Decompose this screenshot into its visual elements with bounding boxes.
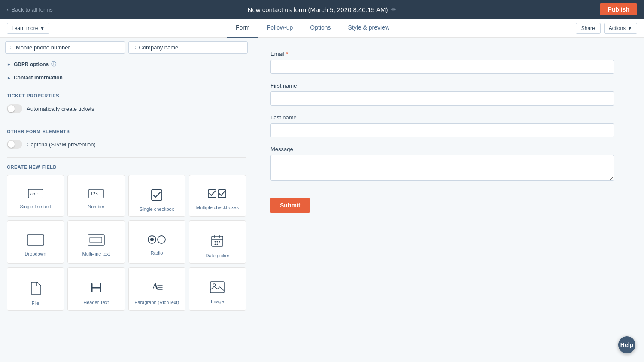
card-dots: · · · · · · bbox=[86, 227, 106, 230]
secondary-nav: Learn more ▼ Form Follow-up Options Styl… bbox=[0, 19, 644, 38]
form-field-email: Email * bbox=[270, 51, 614, 74]
field-type-label: Single-line text bbox=[20, 204, 51, 210]
form-title-text: New contact us form (March 5, 2020 8:40:… bbox=[248, 6, 388, 13]
field-type-multiple-checkboxes[interactable]: · · · · · · Multiple checkboxes bbox=[189, 175, 246, 217]
drag-handle-icon: ⠿ bbox=[10, 45, 13, 50]
info-icon[interactable]: ⓘ bbox=[51, 61, 56, 68]
email-label: Email * bbox=[270, 51, 614, 57]
last-name-label: Last name bbox=[270, 114, 614, 121]
card-dots: · · · · · · bbox=[86, 181, 106, 185]
back-link-label: Back to all forms bbox=[12, 6, 53, 13]
learn-more-label: Learn more bbox=[12, 25, 38, 31]
svg-point-18 bbox=[215, 241, 216, 243]
form-preview: Email * First name Last name Message bbox=[270, 51, 614, 213]
auto-create-tickets-row: Automatically create tickets bbox=[7, 103, 246, 115]
svg-text:A: A bbox=[152, 282, 158, 291]
file-icon bbox=[30, 281, 42, 297]
top-nav: ‹ Back to all forms New contact us form … bbox=[0, 0, 644, 19]
svg-point-19 bbox=[217, 241, 218, 243]
field-type-label: Image bbox=[211, 298, 224, 304]
svg-rect-10 bbox=[90, 237, 102, 243]
svg-text:abc: abc bbox=[30, 192, 38, 196]
nav-right: Share Actions ▼ bbox=[576, 23, 637, 34]
field-type-header-text[interactable]: · · · · · · Header Text bbox=[67, 267, 125, 311]
message-textarea[interactable] bbox=[270, 155, 614, 181]
field-chip-label: Mobile phone number bbox=[16, 44, 70, 51]
date-picker-icon bbox=[211, 234, 224, 249]
field-type-grid: · · · · · · abc Single-line text · · · ·… bbox=[7, 175, 246, 311]
svg-text:123: 123 bbox=[90, 192, 98, 196]
first-name-label: First name bbox=[270, 82, 614, 89]
radio-icon bbox=[147, 234, 166, 246]
card-dots: · · · · · · bbox=[207, 181, 227, 185]
field-type-label: Paragraph (RichText) bbox=[134, 299, 179, 305]
form-title: New contact us form (March 5, 2020 8:40:… bbox=[248, 6, 397, 13]
tab-style-preview[interactable]: Style & preview bbox=[340, 19, 398, 38]
left-panel: ⠿ Mobile phone number ⠿ Company name ► G… bbox=[0, 38, 253, 362]
right-panel: Email * First name Last name Message bbox=[253, 38, 644, 362]
other-form-elements-section: OTHER FORM ELEMENTS Captcha (SPAM preven… bbox=[0, 124, 253, 155]
field-type-single-checkbox[interactable]: · · · · · · Single checkbox bbox=[128, 175, 185, 217]
field-chip-company-name[interactable]: ⠿ Company name bbox=[128, 41, 248, 54]
field-type-dropdown[interactable]: · · · · · · Dropdown bbox=[7, 220, 64, 263]
learn-more-chevron-icon: ▼ bbox=[39, 25, 45, 31]
captcha-toggle[interactable] bbox=[7, 140, 22, 149]
gdpr-options-label: GDPR options bbox=[14, 61, 49, 67]
contact-info-header[interactable]: ► Contact information bbox=[0, 71, 253, 84]
learn-more-button[interactable]: Learn more ▼ bbox=[7, 23, 49, 34]
toggle-knob bbox=[8, 141, 15, 148]
gdpr-options-header[interactable]: ► GDPR options ⓘ bbox=[0, 57, 253, 71]
field-type-paragraph-richtext[interactable]: · · · · · · A Paragraph (RichText) bbox=[128, 267, 185, 311]
multiple-checkboxes-icon bbox=[208, 189, 227, 201]
tabs: Form Follow-up Options Style & preview bbox=[227, 19, 398, 38]
field-type-number[interactable]: · · · · · · 123 Number bbox=[67, 175, 125, 217]
required-marker: * bbox=[286, 51, 288, 57]
captcha-label: Captcha (SPAM prevention) bbox=[27, 141, 96, 148]
tab-options[interactable]: Options bbox=[301, 19, 339, 38]
chevron-right-icon: ► bbox=[7, 76, 11, 80]
first-name-input[interactable] bbox=[270, 91, 614, 106]
contact-info-label: Contact information bbox=[14, 75, 63, 81]
email-input[interactable] bbox=[270, 60, 614, 74]
captcha-row: Captcha (SPAM prevention) bbox=[7, 138, 246, 150]
field-type-label: File bbox=[32, 300, 39, 306]
header-text-icon bbox=[90, 281, 103, 296]
share-button[interactable]: Share bbox=[576, 23, 601, 34]
form-field-last-name: Last name bbox=[270, 114, 614, 137]
form-field-message: Message bbox=[270, 146, 614, 182]
field-type-image[interactable]: · · · · · · Image bbox=[189, 267, 246, 311]
card-dots: · · · · · · bbox=[147, 181, 167, 185]
actions-button[interactable]: Actions ▼ bbox=[604, 23, 637, 34]
field-type-single-line-text[interactable]: · · · · · · abc Single-line text bbox=[7, 175, 64, 217]
field-type-label: Header Text bbox=[83, 299, 109, 305]
svg-point-31 bbox=[213, 284, 216, 286]
auto-create-tickets-label: Automatically create tickets bbox=[27, 106, 94, 112]
single-line-text-icon: abc bbox=[28, 189, 43, 200]
auto-create-tickets-toggle[interactable] bbox=[7, 104, 22, 113]
tab-follow-up[interactable]: Follow-up bbox=[258, 19, 302, 38]
card-dots: · · · · · · bbox=[147, 274, 167, 277]
svg-point-22 bbox=[217, 244, 218, 245]
back-link[interactable]: ‹ Back to all forms bbox=[7, 6, 53, 13]
divider bbox=[7, 157, 246, 158]
help-button[interactable]: Help bbox=[618, 336, 635, 353]
field-type-date-picker[interactable]: · · · · · · bbox=[189, 220, 246, 263]
divider bbox=[7, 122, 246, 122]
field-chip-mobile-phone[interactable]: ⠿ Mobile phone number bbox=[5, 41, 125, 54]
divider bbox=[7, 86, 246, 86]
tab-form[interactable]: Form bbox=[227, 19, 258, 38]
field-type-radio[interactable]: · · · · · · Radio bbox=[128, 220, 185, 263]
field-type-label: Multi-line text bbox=[82, 251, 110, 257]
submit-button[interactable]: Submit bbox=[270, 198, 310, 213]
drag-handle-icon: ⠿ bbox=[133, 45, 137, 50]
field-type-label: Multiple checkboxes bbox=[196, 204, 239, 210]
field-type-multi-line-text[interactable]: · · · · · · Multi-line text bbox=[67, 220, 125, 263]
actions-chevron-icon: ▼ bbox=[627, 25, 632, 31]
edit-icon[interactable]: ✏ bbox=[391, 6, 396, 13]
publish-button[interactable]: Publish bbox=[600, 3, 637, 15]
field-type-file[interactable]: · · · · · · File bbox=[7, 267, 64, 311]
card-dots: · · · · · · bbox=[147, 227, 167, 230]
svg-point-21 bbox=[215, 244, 216, 245]
ticket-properties-title: TICKET PROPERTIES bbox=[7, 93, 246, 98]
last-name-input[interactable] bbox=[270, 123, 614, 137]
